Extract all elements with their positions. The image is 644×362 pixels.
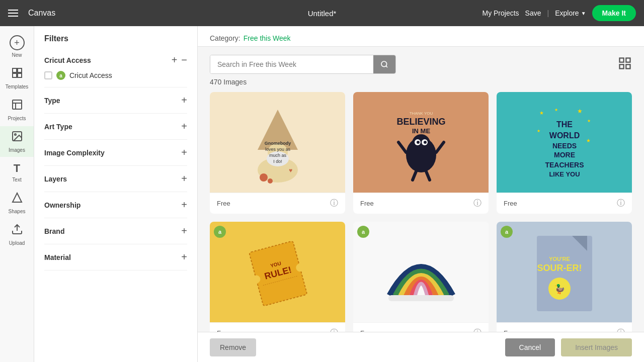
svg-rect-12	[626, 64, 630, 68]
shapes-icon	[11, 192, 23, 207]
art-type-plus-icon[interactable]: +	[181, 121, 187, 132]
svg-point-32	[424, 141, 427, 144]
filter-section-art-type: Art Type +	[44, 114, 187, 140]
type-plus-icon[interactable]: +	[181, 95, 187, 106]
image-card-4[interactable]: a YOU RULE!	[210, 222, 345, 332]
sidebar-item-projects[interactable]: Projects	[0, 95, 34, 125]
cricut-access-option[interactable]: a Cricut Access	[44, 71, 187, 80]
image-grid-row-2: a YOU RULE!	[210, 222, 632, 332]
cricut-access-title: Cricut Access	[44, 56, 91, 64]
cricut-access-plus-icon[interactable]: +	[172, 54, 178, 66]
grid-toggle[interactable]	[618, 56, 632, 72]
card-5-info-icon[interactable]: ⓘ	[473, 328, 481, 332]
insert-images-button[interactable]: Insert Images	[561, 338, 632, 356]
type-header[interactable]: Type +	[44, 95, 187, 106]
card-1-price: Free	[217, 200, 230, 207]
image-card-6[interactable]: a YOU'RE SOUR-ER! 🦆	[497, 222, 632, 332]
content-header: Category: Free this Week	[198, 26, 644, 47]
cricut-access-option-label: Cricut Access	[69, 71, 112, 79]
svg-text:MORE: MORE	[554, 151, 575, 159]
document-title: Untitled*	[308, 9, 337, 18]
image-complexity-plus-icon[interactable]: +	[181, 147, 187, 158]
search-input[interactable]	[210, 55, 373, 73]
image-thumbnail-6: YOU'RE SOUR-ER! 🦆	[497, 222, 632, 322]
sidebar-item-upload[interactable]: Upload	[0, 219, 34, 250]
svg-rect-4	[13, 100, 22, 109]
art-type-header[interactable]: Art Type +	[44, 121, 187, 132]
ownership-plus-icon[interactable]: +	[181, 199, 187, 211]
image-card-3[interactable]: ★ ★ ★ ★ ★ ★ THE WORLD NEEDS MORE TEACHER…	[497, 92, 632, 214]
sidebar-item-text[interactable]: T Text	[0, 158, 34, 187]
card-6-info-icon[interactable]: ⓘ	[617, 328, 625, 332]
svg-rect-0	[13, 68, 17, 72]
svg-text:YOU'RE: YOU'RE	[549, 256, 570, 262]
search-button[interactable]	[373, 55, 395, 73]
svg-text:LIKE YOU: LIKE YOU	[549, 170, 580, 178]
filter-section-image-complexity: Image Complexity +	[44, 140, 187, 166]
brand-plus-icon[interactable]: +	[181, 225, 187, 237]
hamburger-menu[interactable]	[8, 10, 18, 17]
image-thumbnail-5	[353, 222, 489, 322]
material-header[interactable]: Material +	[44, 251, 187, 263]
cricut-access-minus-icon[interactable]: −	[181, 54, 187, 66]
svg-text:THE: THE	[556, 120, 573, 129]
svg-line-35	[413, 171, 416, 180]
cricut-access-badge-icon: a	[56, 71, 65, 80]
card-3-price: Free	[504, 200, 517, 207]
svg-rect-56	[388, 295, 454, 301]
card-4-info-icon[interactable]: ⓘ	[330, 328, 338, 332]
cricut-access-header[interactable]: Cricut Access + −	[44, 54, 187, 66]
layers-header[interactable]: Layers +	[44, 173, 187, 185]
cricut-access-checkbox[interactable]	[44, 71, 52, 79]
explore-button[interactable]: Explore ▼	[555, 9, 586, 17]
card-2-footer: Free ⓘ	[353, 193, 489, 214]
card-2-info-icon[interactable]: ⓘ	[473, 198, 481, 209]
sidebar-item-shapes[interactable]: Shapes	[0, 188, 34, 218]
svg-text:★: ★	[587, 119, 591, 123]
ownership-header[interactable]: Ownership +	[44, 199, 187, 211]
svg-text:much as: much as	[269, 153, 286, 158]
bottom-bar: Remove Cancel Insert Images	[198, 332, 644, 362]
text-icon: T	[14, 162, 20, 175]
svg-rect-9	[620, 58, 624, 62]
sidebar-item-new[interactable]: + New	[0, 31, 34, 62]
upload-icon	[11, 223, 23, 238]
image-card-1[interactable]: Gnomebody loves you as much as I do! ♥	[210, 92, 345, 214]
filter-scroll[interactable]: Cricut Access + − a Cricut Access Type +	[34, 47, 197, 362]
svg-line-33	[398, 142, 406, 152]
brand-header[interactable]: Brand +	[44, 225, 187, 237]
layers-plus-icon[interactable]: +	[181, 173, 187, 185]
category-value[interactable]: Free this Week	[244, 34, 291, 42]
svg-point-21	[260, 173, 268, 182]
svg-point-8	[381, 61, 387, 67]
access-badge-6: a	[501, 226, 513, 238]
cancel-button[interactable]: Cancel	[505, 338, 555, 356]
card-1-info-icon[interactable]: ⓘ	[330, 198, 338, 209]
make-it-button[interactable]: Make It	[592, 5, 636, 21]
sidebar-item-images[interactable]: Images	[0, 126, 34, 157]
filter-section-cricut-access: Cricut Access + − a Cricut Access	[44, 47, 187, 87]
image-grid[interactable]: Gnomebody loves you as much as I do! ♥	[198, 92, 644, 332]
image-thumbnail-3: ★ ★ ★ ★ ★ ★ THE WORLD NEEDS MORE TEACHER…	[497, 92, 632, 193]
image-complexity-header[interactable]: Image Complexity +	[44, 147, 187, 158]
card-3-info-icon[interactable]: ⓘ	[617, 198, 625, 209]
svg-text:TEACHERS: TEACHERS	[545, 161, 584, 169]
sidebar-item-templates[interactable]: Templates	[0, 63, 34, 94]
my-projects-link[interactable]: My Projects	[482, 9, 519, 17]
brand-title: Brand	[44, 227, 64, 235]
filter-section-layers: Layers +	[44, 166, 187, 192]
access-badge-4: a	[214, 226, 226, 238]
image-card-2[interactable]: THANK YOU BELIEVING IN ME	[353, 92, 489, 214]
layers-title: Layers	[44, 175, 67, 183]
search-bar-row	[198, 47, 644, 78]
filter-panel: Filters Cricut Access + − a Cricut Acces…	[34, 26, 198, 362]
image-card-5[interactable]: a	[353, 222, 489, 332]
remove-button[interactable]: Remove	[210, 338, 256, 356]
material-plus-icon[interactable]: +	[181, 251, 187, 263]
image-thumbnail-4: YOU RULE!	[210, 222, 345, 322]
bottom-actions: Cancel Insert Images	[505, 338, 632, 356]
svg-text:♥: ♥	[289, 167, 292, 174]
category-label: Category:	[210, 34, 240, 42]
card-4-footer: Free ⓘ	[210, 322, 345, 332]
save-button[interactable]: Save	[525, 9, 541, 17]
